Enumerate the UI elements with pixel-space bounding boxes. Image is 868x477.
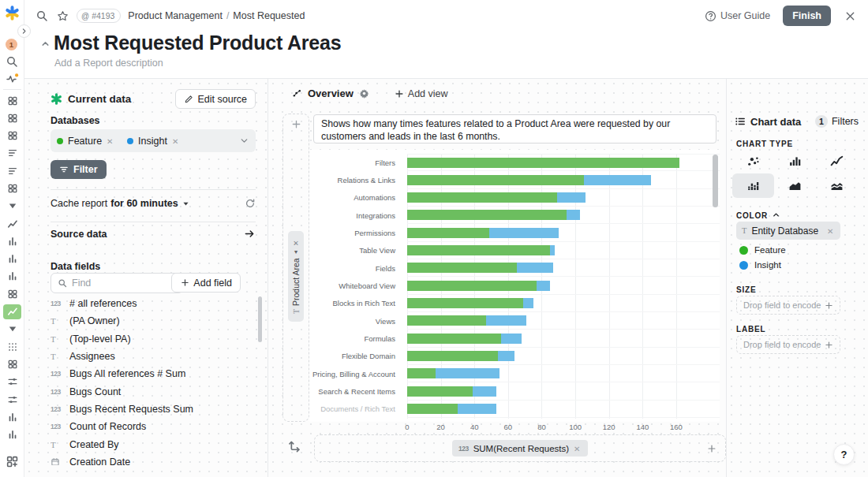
bars-v-view-icon[interactable] [3,252,21,266]
filters-tab[interactable]: Filters [832,116,859,127]
databases-select[interactable]: Feature✕Insight✕ [51,129,256,152]
chart-type-scatter-icon[interactable] [732,149,774,173]
bar-segment-insight[interactable] [517,263,554,273]
data-field-item[interactable]: 123Bugs Recent Requests Sum [51,401,258,418]
bar-segment-insight[interactable] [498,351,514,361]
chart-scrollbar[interactable] [713,155,718,207]
app-logo-icon[interactable] [5,6,20,20]
tri-down-view-icon[interactable] [3,322,21,337]
color-field-chip[interactable]: T Entity Database ✕ [736,222,840,240]
data-field-item[interactable]: 123Bugs Count [51,382,258,400]
add-view-button[interactable]: Add view [395,88,448,99]
fields-scrollbar[interactable] [258,296,262,342]
bar-segment-insight[interactable] [567,210,580,220]
y-axis-field-pill[interactable]: T Product Area ▲ ✕ [288,231,304,322]
data-field-item[interactable]: T(PA Owner) [51,312,258,330]
dots-grid-view-icon[interactable] [3,339,21,354]
filter-button[interactable]: Filter [51,160,107,179]
data-field-item[interactable]: 123# all references [51,295,258,312]
data-field-item[interactable]: Creation Date [51,453,258,465]
bars-v-view-icon[interactable] [3,409,21,424]
search-icon[interactable] [36,9,48,22]
bar-segment-feature[interactable] [407,245,550,255]
chart-type-area-icon[interactable] [774,173,816,198]
bar-segment-feature[interactable] [407,175,584,185]
bar-segment-insight[interactable] [489,228,558,238]
bars-v-view-icon[interactable] [3,427,21,442]
bar-segment-insight[interactable] [501,334,522,344]
bar-segment-feature[interactable] [407,315,486,326]
cache-report-row[interactable]: Cache reportfor 60 minutes [51,198,256,209]
size-drop-zone[interactable]: Drop field to encode [736,296,840,315]
bar-segment-insight[interactable] [523,298,533,308]
board-view-icon[interactable] [3,129,21,143]
bars-v-view-icon[interactable] [3,269,21,284]
chart-type-line-icon[interactable] [816,149,858,173]
bar-segment-feature[interactable] [407,192,557,203]
bar-segment-insight[interactable] [486,315,526,326]
tri-down-view-icon[interactable] [3,199,21,214]
color-section-label[interactable]: COLOR [736,211,780,220]
add-field-button[interactable]: Add field [171,273,241,293]
bar-segment-feature[interactable] [407,158,679,168]
bar-segment-feature[interactable] [407,228,489,238]
gear-icon[interactable] [359,88,369,99]
activity-pulse-icon[interactable] [6,73,19,85]
plus-icon[interactable] [707,444,716,453]
line-chart-view-icon[interactable] [3,216,21,231]
board-view-icon[interactable] [3,181,21,196]
chart-type-stacked-bar-icon[interactable] [732,173,774,198]
help-button[interactable]: ? [833,444,855,465]
label-drop-zone[interactable]: Drop field to encode [736,335,840,354]
bar-segment-feature[interactable] [407,210,567,220]
data-field-item[interactable]: 123Count of Records [51,418,258,435]
bar-segment-feature[interactable] [407,263,517,273]
x-axis-drop-zone[interactable]: 123 SUM(Recent Requests) ✕ [314,434,726,462]
bar-segment-feature[interactable] [407,334,501,344]
bar-segment-feature[interactable] [407,368,436,378]
rows-view-icon[interactable] [3,146,21,161]
bar-segment-insight[interactable] [436,368,499,378]
bar-segment-feature[interactable] [407,404,458,414]
bars-v-view-icon[interactable] [3,233,21,248]
chart-type-column-icon[interactable] [774,149,816,173]
edit-source-button[interactable]: Edit source [175,89,256,109]
user-guide-link[interactable]: User Guide [705,10,770,22]
remove-field-icon[interactable]: ✕ [574,445,582,453]
database-chip[interactable]: Feature✕ [57,136,114,147]
rows-view-icon[interactable] [3,163,21,178]
database-chip[interactable]: Insight✕ [127,136,180,147]
remove-field-icon[interactable]: ✕ [292,239,300,247]
bar-segment-insight[interactable] [557,192,586,203]
data-field-item[interactable]: T(Top-level PA) [51,330,258,348]
refresh-icon[interactable] [245,198,256,209]
bar-segment-insight[interactable] [473,386,496,397]
y-axis-drop-zone[interactable]: T Product Area ▲ ✕ [282,114,309,422]
collapse-title-caret[interactable] [39,38,51,49]
chart-type-stacked-area-icon[interactable] [816,173,858,198]
board-view-icon[interactable] [3,93,21,108]
bar-segment-feature[interactable] [407,386,473,397]
line-chart-view-icon[interactable] [3,304,21,319]
data-field-item[interactable]: 123Bugs All references # Sum [51,365,258,382]
remove-database-icon[interactable]: ✕ [172,137,180,145]
bar-segment-insight[interactable] [584,175,651,185]
add-view-icon[interactable] [6,455,19,468]
report-description-placeholder[interactable]: Add a Report description [54,58,163,69]
breadcrumb-item[interactable]: Product Management [128,10,223,21]
data-field-item[interactable]: TCreated By [51,435,258,453]
bar-segment-feature[interactable] [407,298,523,308]
bar-segment-feature[interactable] [407,351,498,361]
board-view-icon[interactable] [3,356,21,371]
breadcrumb-item[interactable]: Most Requested [233,10,305,21]
remove-database-icon[interactable]: ✕ [107,137,114,145]
tab-overview[interactable]: Overview [292,88,369,99]
remove-field-icon[interactable]: ✕ [827,227,835,235]
chart-data-tab[interactable]: Chart data [750,116,801,128]
find-input[interactable] [72,278,176,289]
close-icon[interactable] [844,9,856,22]
bar-segment-insight[interactable] [537,281,550,291]
board-view-icon[interactable] [3,286,21,301]
find-field-search[interactable] [51,273,183,293]
search-icon[interactable] [6,55,18,68]
